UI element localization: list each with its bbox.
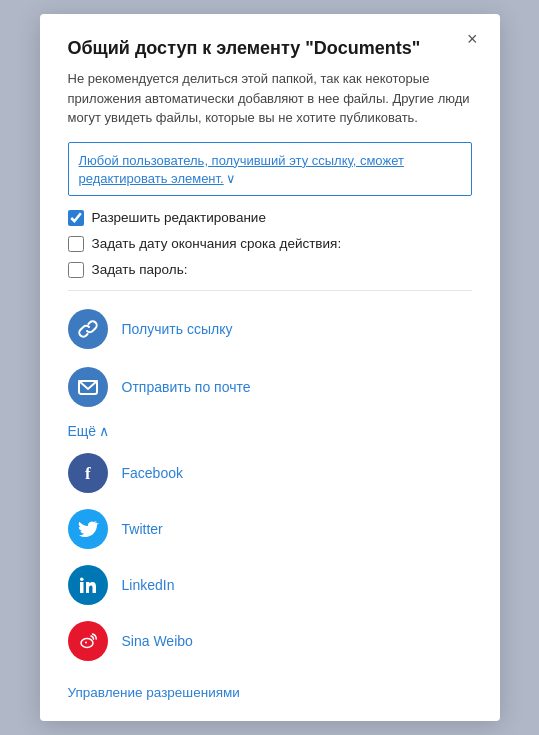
svg-text:f: f [85,464,91,483]
svg-point-3 [80,577,84,581]
twitter-icon [77,518,99,540]
get-link-icon-circle [68,309,108,349]
facebook-row[interactable]: f Facebook [68,447,472,499]
dialog-title: Общий доступ к элементу "Documents" [68,38,472,59]
link-box[interactable]: Любой пользователь, получивший эту ссылк… [68,142,472,196]
set-password-row: Задать пароль: [68,262,472,278]
share-dialog: × Общий доступ к элементу "Documents" Не… [40,14,500,721]
get-link-label: Получить ссылку [122,321,233,337]
set-password-label: Задать пароль: [92,262,188,277]
set-password-checkbox[interactable] [68,262,84,278]
dialog-description: Не рекомендуется делиться этой папкой, т… [68,69,472,128]
manage-permissions-link[interactable]: Управление разрешениями [68,685,240,700]
allow-edit-row: Разрешить редактирование [68,210,472,226]
linkedin-icon [77,574,99,596]
link-text[interactable]: Любой пользователь, получивший эту ссылк… [79,153,404,186]
twitter-label: Twitter [122,521,163,537]
sina-weibo-icon-circle [68,621,108,661]
divider-1 [68,290,472,291]
set-expiry-label: Задать дату окончания срока действия: [92,236,342,251]
svg-rect-2 [80,582,84,593]
facebook-icon-circle: f [68,453,108,493]
close-button[interactable]: × [461,28,484,50]
linkedin-icon-circle [68,565,108,605]
set-expiry-checkbox[interactable] [68,236,84,252]
send-email-icon-circle [68,367,108,407]
email-icon [77,376,99,398]
link-chevron-icon: ∨ [226,171,236,186]
more-toggle[interactable]: Ещё ∧ [68,423,472,439]
sina-weibo-label: Sina Weibo [122,633,193,649]
send-email-label: Отправить по почте [122,379,251,395]
sina-weibo-icon [77,630,99,652]
get-link-row[interactable]: Получить ссылку [68,303,472,355]
linkedin-label: LinkedIn [122,577,175,593]
social-section: f Facebook Twitter [68,447,472,667]
sina-weibo-row[interactable]: Sina Weibo [68,615,472,667]
more-chevron-icon: ∧ [99,423,109,439]
send-email-row[interactable]: Отправить по почте [68,361,472,413]
svg-point-5 [85,641,87,643]
more-label: Ещё [68,423,97,439]
facebook-icon: f [77,462,99,484]
allow-edit-checkbox[interactable] [68,210,84,226]
svg-point-4 [81,638,93,647]
link-icon [77,318,99,340]
linkedin-row[interactable]: LinkedIn [68,559,472,611]
twitter-row[interactable]: Twitter [68,503,472,555]
facebook-label: Facebook [122,465,183,481]
allow-edit-label: Разрешить редактирование [92,210,266,225]
set-expiry-row: Задать дату окончания срока действия: [68,236,472,252]
dialog-backdrop: × Общий доступ к элементу "Documents" Не… [0,0,539,735]
twitter-icon-circle [68,509,108,549]
